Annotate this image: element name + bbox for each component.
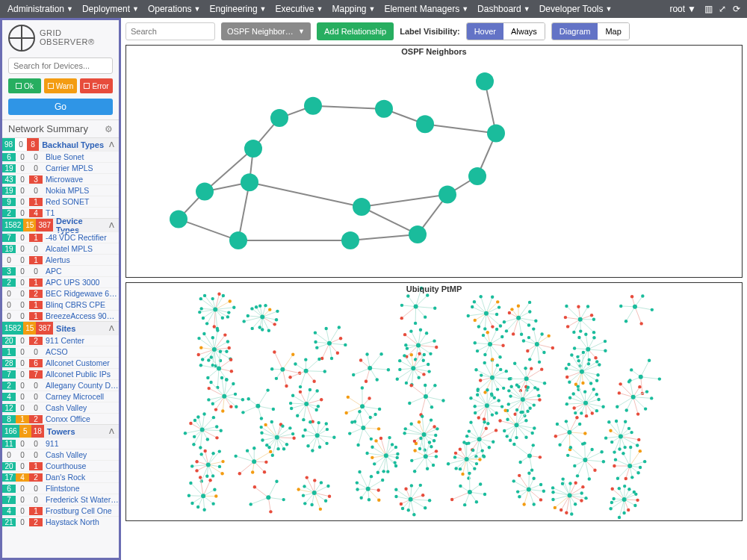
ptmp-node[interactable] (524, 436, 527, 439)
ptmp-node[interactable] (211, 452, 214, 455)
ptmp-node[interactable] (413, 449, 416, 452)
ptmp-hub[interactable] (414, 305, 418, 309)
ptmp-node[interactable] (500, 405, 503, 408)
ptmp-node[interactable] (352, 373, 355, 376)
ptmp-node[interactable] (580, 499, 583, 502)
ptmp-node[interactable] (302, 494, 305, 497)
ptmp-node[interactable] (246, 449, 249, 452)
ptmp-node[interactable] (488, 446, 491, 449)
ptmp-node[interactable] (291, 432, 294, 435)
ospf-node[interactable] (476, 72, 494, 90)
ptmp-node[interactable] (314, 340, 317, 343)
ptmp-node[interactable] (623, 485, 626, 488)
ptmp-node[interactable] (202, 412, 205, 415)
ptmp-node[interactable] (419, 484, 422, 487)
ptmp-node[interactable] (422, 359, 425, 362)
ptmp-hub[interactable] (627, 464, 632, 468)
ptmp-node[interactable] (285, 443, 288, 446)
ptmp-node[interactable] (368, 396, 371, 399)
ptmp-node[interactable] (641, 294, 644, 297)
ptmp-node[interactable] (219, 350, 222, 353)
ptmp-node[interactable] (502, 387, 505, 390)
ptmp-node[interactable] (527, 386, 530, 389)
ptmp-node[interactable] (491, 413, 494, 416)
ptmp-node[interactable] (211, 297, 214, 300)
ptmp-node[interactable] (251, 470, 254, 473)
ptmp-node[interactable] (483, 327, 486, 330)
ptmp-node[interactable] (624, 420, 627, 423)
ptmp-node[interactable] (190, 464, 193, 467)
ptmp-node[interactable] (595, 409, 598, 412)
ptmp-node[interactable] (524, 367, 527, 370)
ptmp-node[interactable] (213, 488, 216, 491)
ptmp-node[interactable] (498, 355, 501, 358)
ptmp-node[interactable] (561, 482, 564, 485)
ptmp-hub[interactable] (252, 459, 256, 464)
filter-warn-button[interactable]: Warn (44, 78, 77, 93)
ptmp-node[interactable] (570, 512, 573, 515)
ospf-node[interactable] (241, 173, 258, 191)
ptmp-node[interactable] (454, 467, 457, 470)
ptmp-node[interactable] (595, 360, 598, 363)
ptmp-node[interactable] (407, 508, 410, 511)
ptmp-node[interactable] (618, 447, 621, 450)
ptmp-node[interactable] (482, 334, 485, 337)
ptmp-node[interactable] (406, 294, 409, 297)
ptmp-node[interactable] (210, 355, 213, 358)
ptmp-node[interactable] (211, 336, 214, 339)
ptmp-node[interactable] (639, 449, 642, 452)
ptmp-node[interactable] (267, 446, 270, 449)
list-item[interactable]: 002BEC Ridgewave 6900 (2, 287, 119, 299)
ptmp-node[interactable] (314, 331, 317, 334)
ptmp-node[interactable] (309, 420, 311, 423)
ptmp-node[interactable] (404, 427, 407, 430)
ptmp-node[interactable] (296, 414, 299, 417)
ptmp-node[interactable] (202, 508, 205, 511)
ptmp-node[interactable] (586, 305, 589, 308)
ptmp-node[interactable] (510, 308, 513, 311)
ptmp-node[interactable] (403, 354, 406, 357)
ptmp-node[interactable] (379, 352, 382, 355)
ptmp-node[interactable] (264, 423, 267, 426)
ptmp-node[interactable] (474, 341, 477, 344)
ptmp-node[interactable] (450, 498, 453, 501)
ptmp-node[interactable] (326, 485, 329, 488)
ptmp-node[interactable] (421, 494, 424, 497)
ptmp-node[interactable] (247, 314, 249, 317)
list-item[interactable]: 1900Alcatel MPLS (2, 243, 119, 254)
ptmp-node[interactable] (496, 300, 499, 303)
list-item[interactable]: 2806Allconet Customer (2, 357, 119, 368)
ptmp-node[interactable] (474, 405, 477, 408)
go-button[interactable]: Go (8, 99, 113, 115)
ptmp-node[interactable] (533, 403, 536, 406)
menu-executive[interactable]: Executive▼ (273, 4, 326, 14)
ptmp-node[interactable] (303, 429, 306, 432)
ptmp-node[interactable] (459, 485, 462, 488)
ptmp-node[interactable] (530, 468, 533, 471)
ptmp-node[interactable] (622, 511, 625, 514)
ptmp-node[interactable] (479, 295, 482, 298)
ptmp-node[interactable] (211, 402, 214, 405)
ptmp-node[interactable] (582, 351, 585, 354)
ptmp-node[interactable] (400, 317, 403, 320)
ptmp-node[interactable] (325, 442, 328, 445)
ptmp-node[interactable] (225, 350, 228, 353)
columns-icon[interactable]: ▥ (702, 3, 714, 15)
ptmp-node[interactable] (403, 432, 406, 435)
ptmp-hub[interactable] (527, 487, 531, 491)
ptmp-node[interactable] (317, 358, 320, 361)
ptmp-node[interactable] (193, 419, 196, 422)
ptmp-node[interactable] (572, 331, 575, 334)
ptmp-node[interactable] (229, 358, 232, 361)
ptmp-hub[interactable] (200, 428, 205, 432)
chevron-up-icon[interactable]: ᐱ (105, 427, 119, 435)
ptmp-node[interactable] (424, 315, 427, 318)
ptmp-node[interactable] (205, 475, 208, 478)
ptmp-node[interactable] (583, 390, 586, 393)
ptmp-node[interactable] (528, 407, 531, 410)
ptmp-node[interactable] (214, 494, 217, 497)
ptmp-node[interactable] (565, 305, 568, 308)
ptmp-node[interactable] (398, 359, 401, 362)
ptmp-node[interactable] (303, 485, 306, 488)
ptmp-hub[interactable] (568, 493, 572, 497)
